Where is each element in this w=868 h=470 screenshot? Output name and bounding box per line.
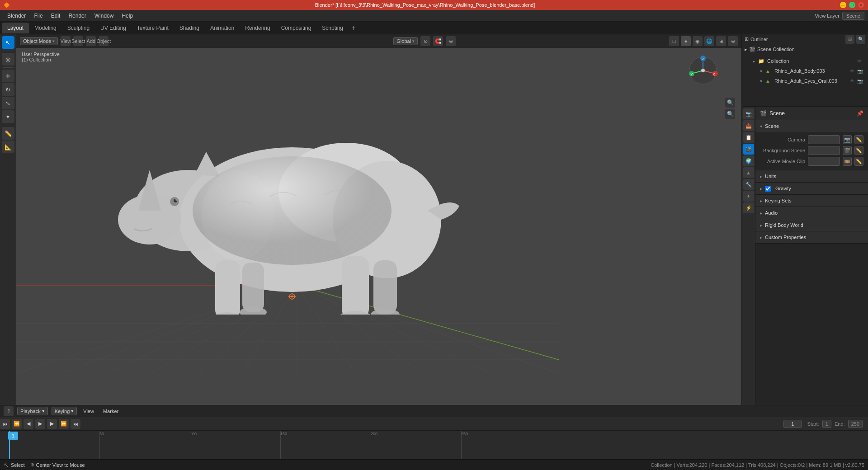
- prev-frame-button[interactable]: ◀: [24, 419, 33, 429]
- collection-visibility-icon[interactable]: 👁: [857, 59, 864, 64]
- outliner-rhino-eyes-item[interactable]: ▾ ▲ Rhino_Adult_Eyes_Oral.003 👁 📷: [742, 76, 868, 86]
- tab-scripting[interactable]: Scripting: [316, 23, 349, 33]
- next-keyframe-button[interactable]: ⏩: [59, 419, 69, 429]
- tab-uv-editing[interactable]: UV Editing: [95, 23, 132, 33]
- current-frame-input[interactable]: 1: [783, 420, 802, 428]
- props-tab-object[interactable]: ▲: [743, 167, 754, 178]
- proportional-edit-button[interactable]: ⊕: [446, 36, 456, 46]
- movie-clip-icon[interactable]: 🎞️: [843, 157, 852, 166]
- end-frame[interactable]: 250: [848, 420, 863, 428]
- scene-section-header[interactable]: ▾ Scene: [755, 120, 868, 132]
- minimize-button[interactable]: —: [840, 2, 846, 8]
- overlays-button[interactable]: ⊞: [716, 36, 726, 46]
- cursor-tool-button[interactable]: ◎: [2, 53, 14, 66]
- viewport-shading-render[interactable]: 🌐: [704, 36, 714, 46]
- units-section-header[interactable]: ▸ Units: [755, 170, 868, 182]
- zoom-out-button[interactable]: 🔍: [725, 109, 735, 119]
- transform-tool-button[interactable]: ✦: [2, 110, 14, 123]
- body-expand-icon[interactable]: ▾: [760, 69, 765, 74]
- add-menu-button[interactable]: Add: [86, 36, 96, 46]
- outliner-rhino-body-item[interactable]: ▾ ▲ Rhino_Adult_Body.003 👁 📷: [742, 66, 868, 76]
- jump-to-end-button[interactable]: ⏭: [71, 419, 80, 429]
- 3d-viewport[interactable]: Object Mode ▾ View Select Add Object Glo…: [16, 34, 741, 405]
- gravity-section-header[interactable]: ▸ Gravity: [755, 183, 868, 194]
- eyes-expand-icon[interactable]: ▾: [760, 79, 765, 84]
- movie-clip-value[interactable]: [808, 157, 840, 166]
- snap-toggle-button[interactable]: 🧲: [433, 36, 443, 46]
- menu-blender[interactable]: Blender: [4, 12, 29, 20]
- gravity-checkbox[interactable]: [765, 186, 771, 192]
- gizmos-button[interactable]: ⊕: [728, 36, 738, 46]
- menu-file[interactable]: File: [30, 12, 46, 20]
- body-visibility-icon[interactable]: 👁: [850, 69, 857, 74]
- menu-window[interactable]: Window: [91, 12, 118, 20]
- tab-texture-paint[interactable]: Texture Paint: [132, 23, 174, 33]
- view-menu-button[interactable]: View: [61, 36, 71, 46]
- tab-animation[interactable]: Animation: [205, 23, 240, 33]
- tab-rendering[interactable]: Rendering: [240, 23, 275, 33]
- props-tab-physics[interactable]: ⚡: [743, 202, 754, 213]
- prev-keyframe-button[interactable]: ⏪: [12, 419, 22, 429]
- camera-picker-icon[interactable]: 📷: [843, 135, 852, 144]
- view-menu-timeline[interactable]: View: [80, 408, 97, 415]
- rigid-body-world-section-header[interactable]: ▸ Rigid Body World: [755, 219, 868, 231]
- start-frame[interactable]: 1: [822, 420, 831, 428]
- props-tab-render[interactable]: 📷: [743, 108, 754, 119]
- eyes-visibility-icon[interactable]: 👁: [850, 79, 857, 84]
- menu-help[interactable]: Help: [118, 12, 137, 20]
- props-pin-button[interactable]: 📌: [857, 110, 863, 117]
- viewport-shading-wire[interactable]: □: [669, 36, 679, 46]
- tab-modeling[interactable]: Modeling: [29, 23, 62, 33]
- scene-selector[interactable]: Scene: [842, 12, 864, 20]
- movie-clip-new-icon[interactable]: ✏️: [854, 157, 863, 166]
- annotate-tool-button[interactable]: ✏️: [2, 127, 14, 140]
- tab-layout[interactable]: Layout: [2, 23, 29, 33]
- background-scene-new-icon[interactable]: ✏️: [854, 146, 863, 155]
- outliner-filter-button[interactable]: ⊞: [845, 35, 854, 44]
- viewport-shading-solid[interactable]: ●: [681, 36, 691, 46]
- add-workspace-button[interactable]: +: [349, 23, 358, 33]
- props-tab-particles[interactable]: ✦: [743, 191, 754, 202]
- move-tool-button[interactable]: ✛: [2, 70, 14, 82]
- props-tab-view-layer[interactable]: 📋: [743, 132, 754, 143]
- rotate-tool-button[interactable]: ↻: [2, 83, 14, 96]
- keying-dropdown[interactable]: Keying ▾: [52, 407, 77, 415]
- tab-shading[interactable]: Shading: [174, 23, 205, 33]
- props-tab-world[interactable]: 🌍: [743, 155, 754, 166]
- body-render-icon[interactable]: 📷: [857, 69, 864, 74]
- play-button[interactable]: ▶: [35, 419, 45, 429]
- background-scene-icon[interactable]: 🎬: [843, 146, 852, 155]
- playback-dropdown[interactable]: Playback ▾: [17, 407, 48, 415]
- menu-edit[interactable]: Edit: [47, 12, 64, 20]
- eyes-render-icon[interactable]: 📷: [857, 79, 864, 84]
- next-frame-button[interactable]: ▶: [47, 419, 57, 429]
- maximize-button[interactable]: □: [849, 2, 855, 8]
- jump-to-start-button[interactable]: ⏮: [0, 419, 10, 429]
- props-tab-output[interactable]: 📤: [743, 120, 754, 131]
- marker-menu-timeline[interactable]: Marker: [100, 408, 121, 415]
- object-mode-dropdown[interactable]: Object Mode ▾: [20, 37, 58, 45]
- camera-value[interactable]: [808, 135, 840, 144]
- audio-section-header[interactable]: ▸ Audio: [755, 207, 868, 219]
- outliner-collection-item[interactable]: ▸ 📁 Collection 👁: [742, 56, 868, 66]
- props-tab-scene[interactable]: 🎬: [743, 144, 754, 155]
- scale-tool-button[interactable]: ⤡: [2, 97, 14, 109]
- measure-tool-button[interactable]: 📐: [2, 141, 14, 153]
- tab-compositing[interactable]: Compositing: [276, 23, 317, 33]
- outliner-search-button[interactable]: 🔍: [856, 35, 865, 44]
- object-menu-button[interactable]: Object: [99, 36, 108, 46]
- custom-properties-section-header[interactable]: ▸ Custom Properties: [755, 231, 868, 243]
- viewport-shading-material[interactable]: ◉: [693, 36, 703, 46]
- close-button[interactable]: ✕: [858, 2, 864, 8]
- global-transform-dropdown[interactable]: Global ▾: [393, 37, 418, 45]
- menu-render[interactable]: Render: [65, 12, 90, 20]
- collection-expand-icon[interactable]: ▸: [753, 59, 758, 64]
- pivot-point-button[interactable]: ⊙: [420, 36, 430, 46]
- background-scene-value[interactable]: [808, 146, 840, 155]
- props-tab-modifier[interactable]: 🔧: [743, 179, 754, 190]
- timeline-panel-icon[interactable]: ⏱: [4, 406, 14, 416]
- zoom-in-button[interactable]: 🔍: [725, 98, 735, 108]
- scene-collection-expand[interactable]: ▸: [745, 47, 747, 52]
- camera-new-icon[interactable]: ✏️: [854, 135, 863, 144]
- select-tool-button[interactable]: ↖: [2, 36, 14, 49]
